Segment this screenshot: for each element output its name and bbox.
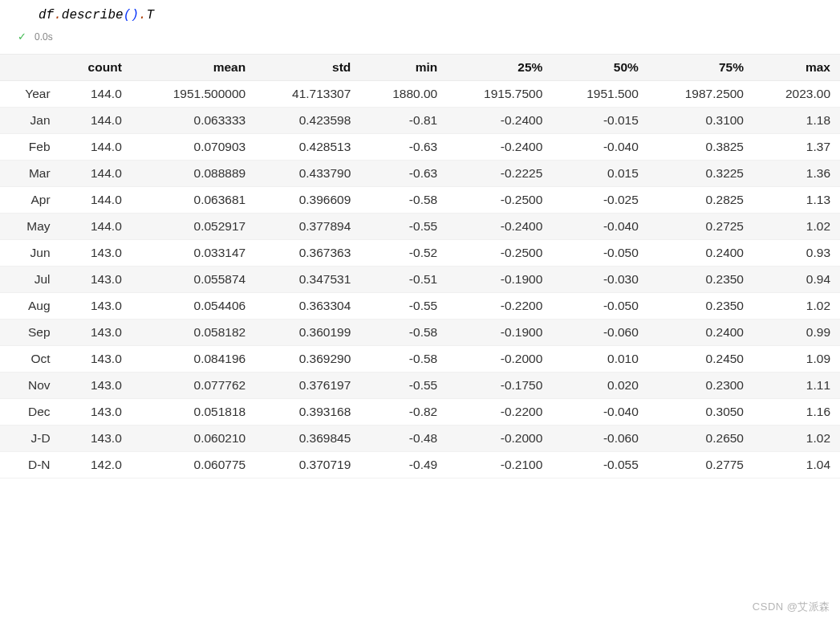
table-cell: 1.13 [753,187,840,214]
table-cell: -0.040 [552,134,648,161]
row-label: Oct [0,346,60,373]
table-cell: 143.0 [60,293,132,320]
table-cell: -0.1750 [447,373,552,399]
table-row: Apr144.00.0636810.396609-0.58-0.2500-0.0… [0,187,840,214]
table-cell: 0.2825 [648,187,753,214]
table-cell: 144.0 [60,187,132,214]
table-row: Jun143.00.0331470.367363-0.52-0.2500-0.0… [0,240,840,267]
code-input[interactable]: df.describe().T [0,6,840,24]
table-cell: -0.040 [552,399,648,426]
code-token-attribute: T [146,8,154,22]
table-cell: 0.060210 [132,426,255,452]
table-cell: 0.010 [552,346,648,373]
table-cell: -0.2200 [447,399,552,426]
table-cell: 0.051818 [132,399,255,426]
table-row: Feb144.00.0709030.428513-0.63-0.2400-0.0… [0,134,840,161]
table-row: May144.00.0529170.377894-0.55-0.2400-0.0… [0,214,840,240]
table-cell: 0.396609 [255,187,360,214]
table-cell: 1.11 [753,373,840,399]
table-cell: 0.055874 [132,267,255,293]
table-cell: 143.0 [60,346,132,373]
table-cell: -0.060 [552,320,648,346]
row-label: Nov [0,373,60,399]
table-cell: -0.2400 [447,108,552,134]
table-cell: 0.3825 [648,134,753,161]
table-cell: 143.0 [60,399,132,426]
table-cell: 0.070903 [132,134,255,161]
notebook-cell: df.describe().T ✓ 0.0s [0,0,840,54]
table-cell: -0.2400 [447,214,552,240]
table-row: J-D143.00.0602100.369845-0.48-0.2000-0.0… [0,426,840,452]
table-cell: 0.084196 [132,346,255,373]
table-cell: -0.2000 [447,346,552,373]
table-cell: 0.2725 [648,214,753,240]
table-cell: -0.55 [360,293,447,320]
execution-time: 0.0s [34,31,53,43]
table-cell: 0.063681 [132,187,255,214]
table-cell: -0.050 [552,240,648,267]
table-cell: -0.55 [360,373,447,399]
table-cell: 1.02 [753,426,840,452]
table-cell: 1880.00 [360,81,447,108]
row-label: Sep [0,320,60,346]
table-cell: 142.0 [60,452,132,479]
table-cell: -0.050 [552,293,648,320]
table-cell: 0.020 [552,373,648,399]
table-header-count: count [60,55,132,81]
table-cell: 1.04 [753,452,840,479]
table-row: Oct143.00.0841960.369290-0.58-0.20000.01… [0,346,840,373]
table-cell: -0.2400 [447,134,552,161]
table-cell: -0.055 [552,452,648,479]
table-cell: 41.713307 [255,81,360,108]
table-cell: -0.040 [552,214,648,240]
table-header-empty [0,55,60,81]
table-cell: 0.077762 [132,373,255,399]
row-label: Apr [0,187,60,214]
table-cell: 0.3100 [648,108,753,134]
row-label: Mar [0,161,60,187]
table-cell: -0.2200 [447,293,552,320]
table-cell: 0.347531 [255,267,360,293]
table-cell: -0.58 [360,346,447,373]
table-cell: 0.369845 [255,426,360,452]
table-cell: 1951.500 [552,81,648,108]
row-label: May [0,214,60,240]
output-table-wrapper: countmeanstdmin25%50%75%max Year144.0195… [0,54,840,479]
table-cell: -0.2100 [447,452,552,479]
table-cell: 0.2775 [648,452,753,479]
table-cell: 0.052917 [132,214,255,240]
table-header-50pct: 50% [552,55,648,81]
table-row: Jan144.00.0633330.423598-0.81-0.2400-0.0… [0,108,840,134]
row-label: Year [0,81,60,108]
table-cell: 0.370719 [255,452,360,479]
code-token-dot: . [54,8,62,22]
table-cell: 143.0 [60,267,132,293]
table-row: Aug143.00.0544060.363304-0.55-0.2200-0.0… [0,293,840,320]
table-cell: -0.030 [552,267,648,293]
table-cell: -0.63 [360,134,447,161]
table-cell: 0.423598 [255,108,360,134]
table-cell: -0.58 [360,320,447,346]
table-cell: 143.0 [60,373,132,399]
table-cell: -0.58 [360,187,447,214]
table-cell: 143.0 [60,240,132,267]
table-cell: -0.060 [552,426,648,452]
table-cell: -0.63 [360,161,447,187]
table-cell: 2023.00 [753,81,840,108]
table-cell: -0.2000 [447,426,552,452]
table-cell: -0.1900 [447,267,552,293]
table-row: Jul143.00.0558740.347531-0.51-0.1900-0.0… [0,267,840,293]
table-cell: -0.015 [552,108,648,134]
table-cell: 1951.500000 [132,81,255,108]
table-cell: -0.52 [360,240,447,267]
table-cell: 0.369290 [255,346,360,373]
table-cell: 0.2450 [648,346,753,373]
table-cell: 143.0 [60,320,132,346]
table-cell: -0.82 [360,399,447,426]
table-cell: 0.033147 [132,240,255,267]
table-cell: 0.2350 [648,293,753,320]
table-cell: 0.088889 [132,161,255,187]
check-icon: ✓ [18,31,26,43]
table-cell: 0.93 [753,240,840,267]
row-label: J-D [0,426,60,452]
